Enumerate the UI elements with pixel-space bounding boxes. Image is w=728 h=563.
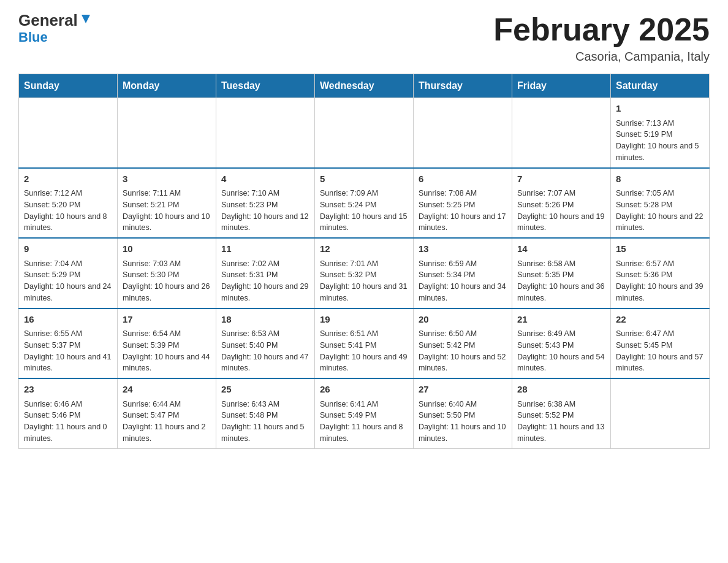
table-row: 3Sunrise: 7:11 AM Sunset: 5:21 PM Daylig… bbox=[118, 168, 216, 239]
table-row: 15Sunrise: 6:57 AM Sunset: 5:36 PM Dayli… bbox=[611, 238, 710, 308]
day-number: 23 bbox=[24, 383, 112, 397]
table-row: 9Sunrise: 7:04 AM Sunset: 5:29 PM Daylig… bbox=[19, 238, 118, 308]
day-number: 13 bbox=[419, 242, 507, 256]
day-number: 27 bbox=[419, 383, 507, 397]
col-wednesday: Wednesday bbox=[315, 74, 414, 98]
day-info: Sunrise: 7:11 AM Sunset: 5:21 PM Dayligh… bbox=[123, 188, 211, 234]
table-row: 24Sunrise: 6:44 AM Sunset: 5:47 PM Dayli… bbox=[118, 378, 216, 448]
table-row: 18Sunrise: 6:53 AM Sunset: 5:40 PM Dayli… bbox=[216, 308, 315, 379]
location: Casoria, Campania, Italy bbox=[493, 50, 710, 64]
day-number: 11 bbox=[221, 242, 309, 256]
col-friday: Friday bbox=[512, 74, 611, 98]
title-block: February 2025 Casoria, Campania, Italy bbox=[493, 12, 710, 64]
table-row: 23Sunrise: 6:46 AM Sunset: 5:46 PM Dayli… bbox=[19, 378, 118, 448]
day-info: Sunrise: 6:55 AM Sunset: 5:37 PM Dayligh… bbox=[24, 328, 112, 374]
day-info: Sunrise: 6:38 AM Sunset: 5:52 PM Dayligh… bbox=[517, 399, 605, 445]
day-number: 17 bbox=[123, 313, 211, 327]
day-info: Sunrise: 7:12 AM Sunset: 5:20 PM Dayligh… bbox=[24, 188, 112, 234]
day-info: Sunrise: 6:40 AM Sunset: 5:50 PM Dayligh… bbox=[419, 399, 507, 445]
day-number: 24 bbox=[123, 383, 211, 397]
calendar-week-row: 16Sunrise: 6:55 AM Sunset: 5:37 PM Dayli… bbox=[19, 308, 710, 379]
table-row: 10Sunrise: 7:03 AM Sunset: 5:30 PM Dayli… bbox=[118, 238, 216, 308]
table-row: 22Sunrise: 6:47 AM Sunset: 5:45 PM Dayli… bbox=[611, 308, 710, 379]
day-number: 4 bbox=[221, 172, 309, 186]
day-info: Sunrise: 7:03 AM Sunset: 5:30 PM Dayligh… bbox=[123, 258, 211, 304]
day-info: Sunrise: 6:51 AM Sunset: 5:41 PM Dayligh… bbox=[320, 328, 408, 374]
day-number: 2 bbox=[24, 172, 112, 186]
table-row: 16Sunrise: 6:55 AM Sunset: 5:37 PM Dayli… bbox=[19, 308, 118, 379]
table-row: 21Sunrise: 6:49 AM Sunset: 5:43 PM Dayli… bbox=[512, 308, 611, 379]
table-row bbox=[611, 378, 710, 448]
table-row: 5Sunrise: 7:09 AM Sunset: 5:24 PM Daylig… bbox=[315, 168, 414, 239]
day-info: Sunrise: 6:47 AM Sunset: 5:45 PM Dayligh… bbox=[616, 328, 704, 374]
table-row: 14Sunrise: 6:58 AM Sunset: 5:35 PM Dayli… bbox=[512, 238, 611, 308]
day-number: 12 bbox=[320, 242, 408, 256]
table-row: 25Sunrise: 6:43 AM Sunset: 5:48 PM Dayli… bbox=[216, 378, 315, 448]
day-info: Sunrise: 6:57 AM Sunset: 5:36 PM Dayligh… bbox=[616, 258, 704, 304]
svg-marker-0 bbox=[82, 15, 90, 23]
table-row: 17Sunrise: 6:54 AM Sunset: 5:39 PM Dayli… bbox=[118, 308, 216, 379]
table-row bbox=[118, 98, 216, 168]
day-number: 16 bbox=[24, 313, 112, 327]
day-number: 15 bbox=[616, 242, 704, 256]
table-row: 7Sunrise: 7:07 AM Sunset: 5:26 PM Daylig… bbox=[512, 168, 611, 239]
day-number: 21 bbox=[517, 313, 605, 327]
day-number: 9 bbox=[24, 242, 112, 256]
day-number: 22 bbox=[616, 313, 704, 327]
table-row: 13Sunrise: 6:59 AM Sunset: 5:34 PM Dayli… bbox=[414, 238, 512, 308]
day-number: 20 bbox=[419, 313, 507, 327]
table-row: 12Sunrise: 7:01 AM Sunset: 5:32 PM Dayli… bbox=[315, 238, 414, 308]
col-saturday: Saturday bbox=[611, 74, 710, 98]
day-info: Sunrise: 6:53 AM Sunset: 5:40 PM Dayligh… bbox=[221, 328, 309, 374]
day-number: 6 bbox=[419, 172, 507, 186]
calendar-week-row: 23Sunrise: 6:46 AM Sunset: 5:46 PM Dayli… bbox=[19, 378, 710, 448]
day-number: 1 bbox=[616, 102, 704, 116]
day-info: Sunrise: 6:44 AM Sunset: 5:47 PM Dayligh… bbox=[123, 399, 211, 445]
day-info: Sunrise: 7:04 AM Sunset: 5:29 PM Dayligh… bbox=[24, 258, 112, 304]
calendar-week-row: 2Sunrise: 7:12 AM Sunset: 5:20 PM Daylig… bbox=[19, 168, 710, 239]
day-info: Sunrise: 7:02 AM Sunset: 5:31 PM Dayligh… bbox=[221, 258, 309, 304]
page-header: General Blue February 2025 Casoria, Camp… bbox=[18, 12, 710, 64]
day-info: Sunrise: 7:10 AM Sunset: 5:23 PM Dayligh… bbox=[221, 188, 309, 234]
day-info: Sunrise: 6:59 AM Sunset: 5:34 PM Dayligh… bbox=[419, 258, 507, 304]
day-number: 19 bbox=[320, 313, 408, 327]
day-number: 26 bbox=[320, 383, 408, 397]
table-row bbox=[19, 98, 118, 168]
day-number: 7 bbox=[517, 172, 605, 186]
calendar-table: Sunday Monday Tuesday Wednesday Thursday… bbox=[18, 74, 710, 449]
table-row: 26Sunrise: 6:41 AM Sunset: 5:49 PM Dayli… bbox=[315, 378, 414, 448]
day-info: Sunrise: 6:49 AM Sunset: 5:43 PM Dayligh… bbox=[517, 328, 605, 374]
day-info: Sunrise: 6:41 AM Sunset: 5:49 PM Dayligh… bbox=[320, 399, 408, 445]
day-info: Sunrise: 7:05 AM Sunset: 5:28 PM Dayligh… bbox=[616, 188, 704, 234]
col-tuesday: Tuesday bbox=[216, 74, 315, 98]
calendar-week-row: 1Sunrise: 7:13 AM Sunset: 5:19 PM Daylig… bbox=[19, 98, 710, 168]
day-info: Sunrise: 6:54 AM Sunset: 5:39 PM Dayligh… bbox=[123, 328, 211, 374]
table-row: 1Sunrise: 7:13 AM Sunset: 5:19 PM Daylig… bbox=[611, 98, 710, 168]
table-row: 27Sunrise: 6:40 AM Sunset: 5:50 PM Dayli… bbox=[414, 378, 512, 448]
day-info: Sunrise: 6:58 AM Sunset: 5:35 PM Dayligh… bbox=[517, 258, 605, 304]
day-number: 28 bbox=[517, 383, 605, 397]
table-row bbox=[315, 98, 414, 168]
day-info: Sunrise: 7:07 AM Sunset: 5:26 PM Dayligh… bbox=[517, 188, 605, 234]
day-number: 25 bbox=[221, 383, 309, 397]
col-sunday: Sunday bbox=[19, 74, 118, 98]
day-number: 14 bbox=[517, 242, 605, 256]
day-number: 10 bbox=[123, 242, 211, 256]
table-row bbox=[414, 98, 512, 168]
logo-arrow-icon bbox=[79, 12, 93, 26]
day-info: Sunrise: 7:09 AM Sunset: 5:24 PM Dayligh… bbox=[320, 188, 408, 234]
day-info: Sunrise: 7:08 AM Sunset: 5:25 PM Dayligh… bbox=[419, 188, 507, 234]
table-row: 6Sunrise: 7:08 AM Sunset: 5:25 PM Daylig… bbox=[414, 168, 512, 239]
day-info: Sunrise: 6:46 AM Sunset: 5:46 PM Dayligh… bbox=[24, 399, 112, 445]
day-info: Sunrise: 7:01 AM Sunset: 5:32 PM Dayligh… bbox=[320, 258, 408, 304]
day-info: Sunrise: 7:13 AM Sunset: 5:19 PM Dayligh… bbox=[616, 118, 704, 164]
day-number: 18 bbox=[221, 313, 309, 327]
table-row: 2Sunrise: 7:12 AM Sunset: 5:20 PM Daylig… bbox=[19, 168, 118, 239]
day-number: 8 bbox=[616, 172, 704, 186]
day-info: Sunrise: 6:43 AM Sunset: 5:48 PM Dayligh… bbox=[221, 399, 309, 445]
table-row: 20Sunrise: 6:50 AM Sunset: 5:42 PM Dayli… bbox=[414, 308, 512, 379]
calendar-header-row: Sunday Monday Tuesday Wednesday Thursday… bbox=[19, 74, 710, 98]
table-row bbox=[216, 98, 315, 168]
table-row: 8Sunrise: 7:05 AM Sunset: 5:28 PM Daylig… bbox=[611, 168, 710, 239]
day-info: Sunrise: 6:50 AM Sunset: 5:42 PM Dayligh… bbox=[419, 328, 507, 374]
